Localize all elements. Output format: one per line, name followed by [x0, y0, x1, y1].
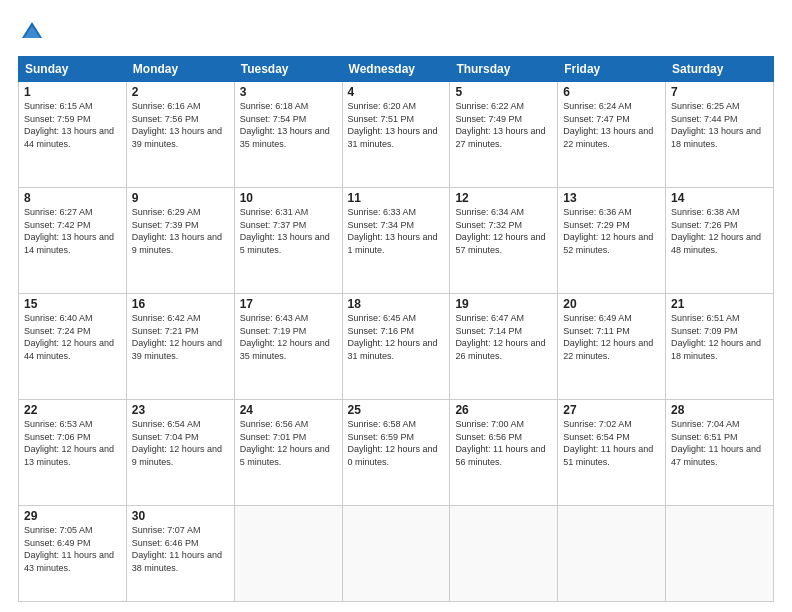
day-detail: Sunrise: 6:54 AMSunset: 7:04 PMDaylight:… [132, 418, 229, 468]
calendar-cell: 14Sunrise: 6:38 AMSunset: 7:26 PMDayligh… [666, 188, 774, 294]
logo-icon [18, 18, 46, 46]
day-number: 10 [240, 191, 337, 205]
day-number: 8 [24, 191, 121, 205]
day-number: 15 [24, 297, 121, 311]
calendar-cell: 26Sunrise: 7:00 AMSunset: 6:56 PMDayligh… [450, 400, 558, 506]
day-number: 5 [455, 85, 552, 99]
day-detail: Sunrise: 6:29 AMSunset: 7:39 PMDaylight:… [132, 206, 229, 256]
calendar-row: 29Sunrise: 7:05 AMSunset: 6:49 PMDayligh… [19, 506, 774, 602]
calendar-cell: 7Sunrise: 6:25 AMSunset: 7:44 PMDaylight… [666, 82, 774, 188]
calendar-cell: 11Sunrise: 6:33 AMSunset: 7:34 PMDayligh… [342, 188, 450, 294]
day-number: 22 [24, 403, 121, 417]
header-row: SundayMondayTuesdayWednesdayThursdayFrid… [19, 57, 774, 82]
day-number: 4 [348, 85, 445, 99]
calendar-cell: 13Sunrise: 6:36 AMSunset: 7:29 PMDayligh… [558, 188, 666, 294]
day-number: 9 [132, 191, 229, 205]
day-detail: Sunrise: 7:00 AMSunset: 6:56 PMDaylight:… [455, 418, 552, 468]
day-number: 11 [348, 191, 445, 205]
calendar-cell: 16Sunrise: 6:42 AMSunset: 7:21 PMDayligh… [126, 294, 234, 400]
calendar-cell: 28Sunrise: 7:04 AMSunset: 6:51 PMDayligh… [666, 400, 774, 506]
calendar-cell [342, 506, 450, 602]
header-day: Thursday [450, 57, 558, 82]
calendar-cell [450, 506, 558, 602]
calendar-cell: 5Sunrise: 6:22 AMSunset: 7:49 PMDaylight… [450, 82, 558, 188]
calendar-cell: 25Sunrise: 6:58 AMSunset: 6:59 PMDayligh… [342, 400, 450, 506]
calendar-cell: 12Sunrise: 6:34 AMSunset: 7:32 PMDayligh… [450, 188, 558, 294]
day-number: 24 [240, 403, 337, 417]
day-number: 16 [132, 297, 229, 311]
header-day: Monday [126, 57, 234, 82]
day-detail: Sunrise: 7:04 AMSunset: 6:51 PMDaylight:… [671, 418, 768, 468]
day-detail: Sunrise: 6:38 AMSunset: 7:26 PMDaylight:… [671, 206, 768, 256]
calendar-header: SundayMondayTuesdayWednesdayThursdayFrid… [19, 57, 774, 82]
day-detail: Sunrise: 6:25 AMSunset: 7:44 PMDaylight:… [671, 100, 768, 150]
calendar-cell: 29Sunrise: 7:05 AMSunset: 6:49 PMDayligh… [19, 506, 127, 602]
day-detail: Sunrise: 6:56 AMSunset: 7:01 PMDaylight:… [240, 418, 337, 468]
day-number: 21 [671, 297, 768, 311]
day-detail: Sunrise: 7:07 AMSunset: 6:46 PMDaylight:… [132, 524, 229, 574]
calendar-cell [558, 506, 666, 602]
day-detail: Sunrise: 6:36 AMSunset: 7:29 PMDaylight:… [563, 206, 660, 256]
day-detail: Sunrise: 6:15 AMSunset: 7:59 PMDaylight:… [24, 100, 121, 150]
day-detail: Sunrise: 7:05 AMSunset: 6:49 PMDaylight:… [24, 524, 121, 574]
calendar-cell: 20Sunrise: 6:49 AMSunset: 7:11 PMDayligh… [558, 294, 666, 400]
day-number: 6 [563, 85, 660, 99]
header-day: Wednesday [342, 57, 450, 82]
day-number: 28 [671, 403, 768, 417]
day-detail: Sunrise: 6:49 AMSunset: 7:11 PMDaylight:… [563, 312, 660, 362]
day-number: 18 [348, 297, 445, 311]
day-number: 13 [563, 191, 660, 205]
day-number: 26 [455, 403, 552, 417]
day-number: 30 [132, 509, 229, 523]
day-number: 14 [671, 191, 768, 205]
day-detail: Sunrise: 6:20 AMSunset: 7:51 PMDaylight:… [348, 100, 445, 150]
header-day: Sunday [19, 57, 127, 82]
day-number: 23 [132, 403, 229, 417]
header-day: Saturday [666, 57, 774, 82]
calendar-cell: 2Sunrise: 6:16 AMSunset: 7:56 PMDaylight… [126, 82, 234, 188]
day-number: 12 [455, 191, 552, 205]
calendar-cell: 21Sunrise: 6:51 AMSunset: 7:09 PMDayligh… [666, 294, 774, 400]
day-detail: Sunrise: 6:58 AMSunset: 6:59 PMDaylight:… [348, 418, 445, 468]
day-detail: Sunrise: 6:31 AMSunset: 7:37 PMDaylight:… [240, 206, 337, 256]
calendar-cell [234, 506, 342, 602]
calendar-cell: 24Sunrise: 6:56 AMSunset: 7:01 PMDayligh… [234, 400, 342, 506]
calendar-cell: 10Sunrise: 6:31 AMSunset: 7:37 PMDayligh… [234, 188, 342, 294]
day-detail: Sunrise: 6:27 AMSunset: 7:42 PMDaylight:… [24, 206, 121, 256]
day-number: 2 [132, 85, 229, 99]
calendar-cell: 6Sunrise: 6:24 AMSunset: 7:47 PMDaylight… [558, 82, 666, 188]
day-number: 1 [24, 85, 121, 99]
header-day: Friday [558, 57, 666, 82]
day-detail: Sunrise: 6:24 AMSunset: 7:47 PMDaylight:… [563, 100, 660, 150]
day-detail: Sunrise: 6:40 AMSunset: 7:24 PMDaylight:… [24, 312, 121, 362]
day-detail: Sunrise: 6:43 AMSunset: 7:19 PMDaylight:… [240, 312, 337, 362]
calendar-body: 1Sunrise: 6:15 AMSunset: 7:59 PMDaylight… [19, 82, 774, 602]
calendar-cell: 15Sunrise: 6:40 AMSunset: 7:24 PMDayligh… [19, 294, 127, 400]
page: SundayMondayTuesdayWednesdayThursdayFrid… [0, 0, 792, 612]
calendar-cell: 19Sunrise: 6:47 AMSunset: 7:14 PMDayligh… [450, 294, 558, 400]
calendar-row: 1Sunrise: 6:15 AMSunset: 7:59 PMDaylight… [19, 82, 774, 188]
header-day: Tuesday [234, 57, 342, 82]
day-detail: Sunrise: 6:45 AMSunset: 7:16 PMDaylight:… [348, 312, 445, 362]
day-detail: Sunrise: 6:18 AMSunset: 7:54 PMDaylight:… [240, 100, 337, 150]
calendar-cell: 3Sunrise: 6:18 AMSunset: 7:54 PMDaylight… [234, 82, 342, 188]
day-number: 27 [563, 403, 660, 417]
calendar-cell: 4Sunrise: 6:20 AMSunset: 7:51 PMDaylight… [342, 82, 450, 188]
calendar-row: 8Sunrise: 6:27 AMSunset: 7:42 PMDaylight… [19, 188, 774, 294]
calendar-row: 15Sunrise: 6:40 AMSunset: 7:24 PMDayligh… [19, 294, 774, 400]
day-detail: Sunrise: 6:42 AMSunset: 7:21 PMDaylight:… [132, 312, 229, 362]
calendar-cell: 22Sunrise: 6:53 AMSunset: 7:06 PMDayligh… [19, 400, 127, 506]
day-number: 20 [563, 297, 660, 311]
calendar-row: 22Sunrise: 6:53 AMSunset: 7:06 PMDayligh… [19, 400, 774, 506]
day-detail: Sunrise: 6:47 AMSunset: 7:14 PMDaylight:… [455, 312, 552, 362]
calendar-cell: 9Sunrise: 6:29 AMSunset: 7:39 PMDaylight… [126, 188, 234, 294]
day-number: 3 [240, 85, 337, 99]
day-detail: Sunrise: 7:02 AMSunset: 6:54 PMDaylight:… [563, 418, 660, 468]
calendar-table: SundayMondayTuesdayWednesdayThursdayFrid… [18, 56, 774, 602]
calendar-cell: 27Sunrise: 7:02 AMSunset: 6:54 PMDayligh… [558, 400, 666, 506]
calendar-cell: 17Sunrise: 6:43 AMSunset: 7:19 PMDayligh… [234, 294, 342, 400]
day-detail: Sunrise: 6:53 AMSunset: 7:06 PMDaylight:… [24, 418, 121, 468]
day-detail: Sunrise: 6:34 AMSunset: 7:32 PMDaylight:… [455, 206, 552, 256]
calendar-cell [666, 506, 774, 602]
header [18, 18, 774, 46]
